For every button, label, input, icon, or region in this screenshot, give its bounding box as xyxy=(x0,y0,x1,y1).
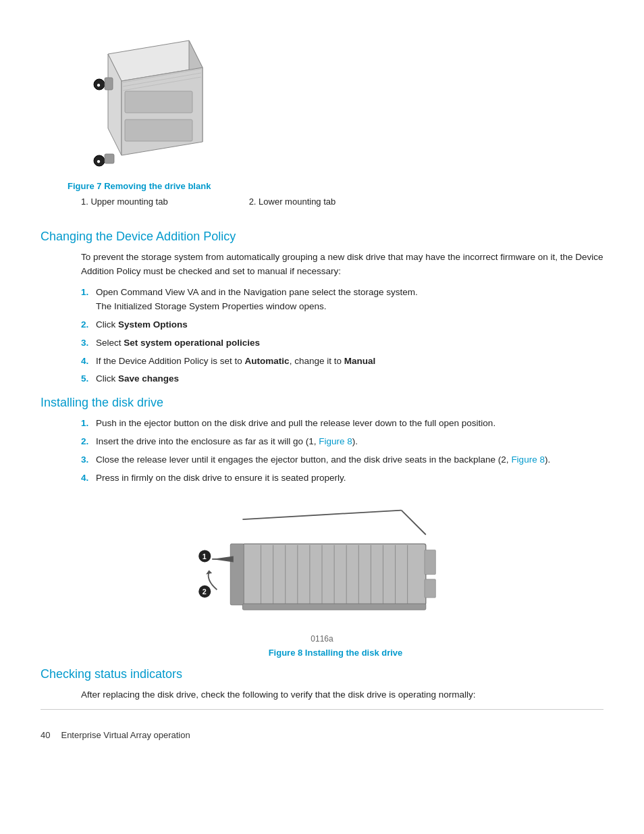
section-checking-heading: Checking status indicators xyxy=(41,667,603,681)
svg-rect-5 xyxy=(125,120,192,141)
section-installing: Installing the disk drive 1. Push in the… xyxy=(41,396,603,663)
svg-rect-32 xyxy=(425,550,435,574)
step-text: Open Command View VA and in the Navigati… xyxy=(96,286,603,314)
step-text: Select Set system operational policies xyxy=(96,336,603,350)
section-installing-steps: 1. Push in the ejector button on the dis… xyxy=(81,417,603,486)
list-item: 4. If the Device Addition Policy is set … xyxy=(81,355,603,369)
list-item: 3. Select Set system operational policie… xyxy=(81,336,603,350)
section-checking: Checking status indicators After replaci… xyxy=(41,667,603,702)
step-text: Click System Options xyxy=(96,318,603,332)
step-text: Close the release lever until it engages… xyxy=(96,453,603,467)
list-item: 4. Press in firmly on the disk drive to … xyxy=(81,471,603,486)
step-num: 5. xyxy=(81,372,96,386)
step-text: If the Device Addition Policy is set to … xyxy=(96,355,603,369)
step-num: 3. xyxy=(81,336,96,350)
section-changing: Changing the Device Addition Policy To p… xyxy=(41,230,603,386)
list-item: 2. Insert the drive into the enclosure a… xyxy=(81,435,603,449)
step-text: Push in the ejector button on the disk d… xyxy=(96,417,603,431)
page-footer: 40 Enterprise Virtual Array operation xyxy=(41,730,603,740)
list-item: 2. Click System Options xyxy=(81,318,603,332)
section-changing-heading: Changing the Device Addition Policy xyxy=(41,230,603,244)
svg-rect-14 xyxy=(105,154,114,163)
step-num: 1. xyxy=(81,286,96,300)
step-text: Insert the drive into the enclosure as f… xyxy=(96,435,603,449)
section-checking-intro: After replacing the disk drive, check th… xyxy=(81,688,603,702)
svg-marker-36 xyxy=(206,570,212,574)
figure7-labels: 1. Upper mounting tab 2. Lower mounting … xyxy=(81,197,336,207)
step-num: 4. xyxy=(81,471,96,486)
svg-rect-33 xyxy=(425,579,435,598)
svg-text:●: ● xyxy=(97,157,101,165)
step-text: Click Save changes xyxy=(96,372,603,386)
list-item: 5. Click Save changes xyxy=(81,372,603,386)
svg-rect-41 xyxy=(242,604,425,610)
section-installing-heading: Installing the disk drive xyxy=(41,396,603,410)
svg-line-15 xyxy=(242,511,401,520)
footer-text: Enterprise Virtual Array operation xyxy=(61,730,190,740)
page-number: 40 xyxy=(41,730,50,740)
figure8-caption: Figure 8 Installing the disk drive xyxy=(269,648,403,658)
svg-text:1: 1 xyxy=(203,552,207,561)
page-content: ● ● Figure 7 Removing the drive blank 1.… xyxy=(41,14,603,740)
list-item: 1. Open Command View VA and in the Navig… xyxy=(81,286,603,314)
figure7-section: ● ● Figure 7 Removing the drive blank 1.… xyxy=(41,14,603,223)
step-text: Press in firmly on the disk drive to ens… xyxy=(96,471,603,486)
section-changing-steps: 1. Open Command View VA and in the Navig… xyxy=(81,286,603,387)
step-num: 1. xyxy=(81,417,96,431)
figure7-label1: 1. Upper mounting tab xyxy=(81,197,168,207)
bold-text: System Options xyxy=(118,319,188,330)
step-num: 4. xyxy=(81,355,96,369)
figure8-link[interactable]: Figure 8 xyxy=(319,436,352,446)
svg-text:2: 2 xyxy=(203,588,207,596)
figure7-label2: 2. Lower mounting tab xyxy=(249,197,336,207)
svg-rect-4 xyxy=(125,91,192,113)
figure8-code: 0116a xyxy=(311,634,333,644)
svg-rect-31 xyxy=(230,544,244,604)
step-num: 2. xyxy=(81,318,96,332)
list-item: 3. Close the release lever until it enga… xyxy=(81,453,603,467)
footer-divider xyxy=(41,709,603,710)
figure8-section: 1 2 0116a Figure 8 Installing the disk d… xyxy=(41,498,603,663)
list-item: 1. Push in the ejector button on the dis… xyxy=(81,417,603,431)
svg-rect-13 xyxy=(105,78,113,90)
bold-text: Automatic xyxy=(245,356,290,366)
step-num: 2. xyxy=(81,435,96,449)
bold-text: Manual xyxy=(344,356,376,366)
section-changing-intro: To prevent the storage system from autom… xyxy=(81,251,603,279)
figure7-caption: Figure 7 Removing the drive blank xyxy=(68,181,211,191)
svg-line-16 xyxy=(402,511,426,535)
step-num: 3. xyxy=(81,453,96,467)
figure8-link2[interactable]: Figure 8 xyxy=(511,454,545,465)
drive-blank-image: ● ● xyxy=(68,14,216,176)
svg-text:●: ● xyxy=(97,81,101,88)
bold-text: Set system operational policies xyxy=(124,338,260,348)
bold-text: Save changes xyxy=(118,373,179,384)
